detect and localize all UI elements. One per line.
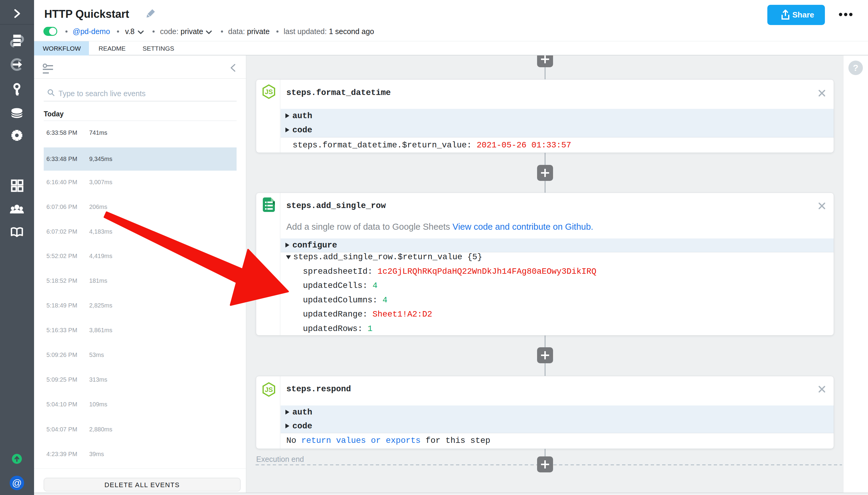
svg-text:JS: JS: [265, 386, 273, 393]
svg-text:@: @: [12, 478, 22, 488]
svg-text:JS: JS: [265, 88, 273, 96]
